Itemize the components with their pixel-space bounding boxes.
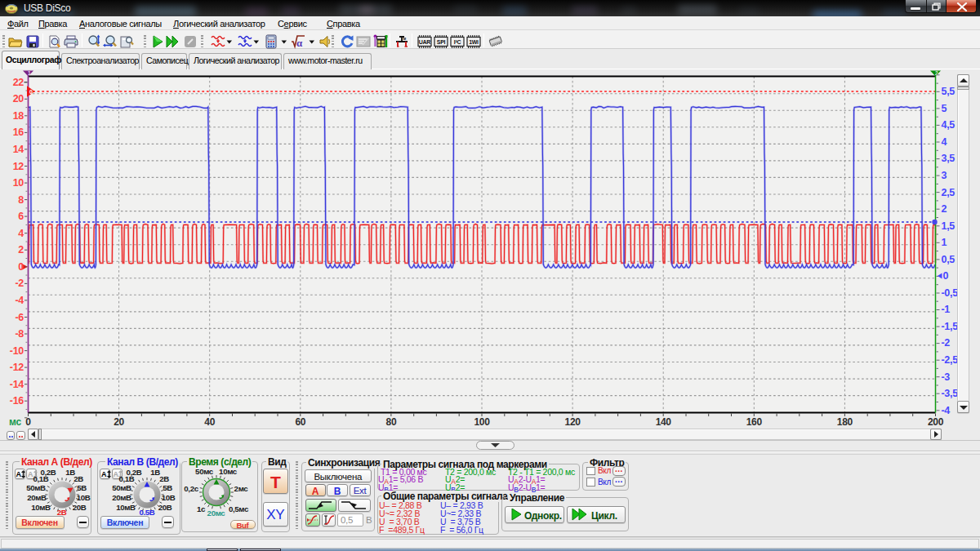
svg-text:14: 14 bbox=[13, 144, 24, 155]
svg-text:80: 80 bbox=[386, 416, 397, 428]
svg-text:4: 4 bbox=[18, 228, 24, 239]
svg-text:-3: -3 bbox=[942, 371, 951, 383]
svg-text:5,5: 5,5 bbox=[942, 86, 956, 97]
svg-text:-8: -8 bbox=[15, 328, 24, 340]
svg-text:20: 20 bbox=[13, 93, 24, 104]
svg-text:10: 10 bbox=[13, 177, 24, 189]
svg-text:SPI: SPI bbox=[437, 39, 446, 45]
svg-text:UAR: UAR bbox=[419, 39, 431, 45]
svg-text:-0,5: -0,5 bbox=[942, 287, 959, 299]
svg-text:-16: -16 bbox=[10, 395, 24, 407]
svg-text:4,5: 4,5 bbox=[942, 119, 956, 131]
svg-text:3,5: 3,5 bbox=[942, 153, 956, 164]
svg-text:6: 6 bbox=[18, 211, 24, 222]
svg-text:-14: -14 bbox=[10, 379, 24, 390]
svg-text:2: 2 bbox=[18, 244, 24, 256]
svg-text:2: 2 bbox=[942, 203, 947, 215]
svg-text:-4: -4 bbox=[15, 295, 24, 306]
svg-text:160: 160 bbox=[746, 416, 763, 428]
svg-text:60: 60 bbox=[295, 416, 305, 428]
svg-text:1Wi: 1Wi bbox=[469, 39, 479, 45]
svg-text:40: 40 bbox=[204, 416, 215, 428]
svg-text:0: 0 bbox=[29, 89, 33, 95]
svg-text:0,5: 0,5 bbox=[942, 254, 956, 265]
svg-text:1: 1 bbox=[942, 237, 947, 248]
svg-text:120: 120 bbox=[565, 416, 581, 428]
svg-text:-1,5: -1,5 bbox=[942, 321, 959, 332]
svg-text:-2: -2 bbox=[942, 337, 951, 349]
svg-text:-2: -2 bbox=[15, 278, 24, 289]
svg-text:м: м bbox=[403, 36, 407, 41]
svg-text:-10: -10 bbox=[10, 345, 24, 357]
svg-text:200: 200 bbox=[928, 416, 944, 428]
svg-text:140: 140 bbox=[656, 416, 672, 428]
svg-text:5: 5 bbox=[942, 103, 947, 114]
svg-text:18: 18 bbox=[13, 110, 24, 122]
svg-text:22: 22 bbox=[13, 77, 24, 88]
svg-text:4: 4 bbox=[942, 136, 947, 148]
svg-text:мс: мс bbox=[9, 416, 21, 428]
svg-text:-3,5: -3,5 bbox=[942, 388, 959, 399]
svg-text:16: 16 bbox=[13, 127, 24, 138]
svg-text:-12: -12 bbox=[10, 362, 24, 373]
svg-text:12: 12 bbox=[13, 161, 24, 172]
svg-text:-2,5: -2,5 bbox=[942, 354, 959, 366]
svg-text:I²C: I²C bbox=[454, 39, 461, 45]
svg-text:-4: -4 bbox=[942, 405, 951, 416]
svg-text:0: 0 bbox=[18, 261, 24, 273]
svg-text:2,5: 2,5 bbox=[942, 187, 956, 198]
svg-text:0: 0 bbox=[25, 416, 31, 428]
svg-text:α: α bbox=[296, 37, 303, 49]
svg-text:1,5: 1,5 bbox=[942, 220, 956, 232]
svg-text:8: 8 bbox=[18, 194, 24, 206]
svg-text:100: 100 bbox=[474, 416, 490, 428]
svg-text:3: 3 bbox=[942, 170, 947, 181]
svg-text:0: 0 bbox=[943, 270, 949, 282]
svg-text:180: 180 bbox=[837, 416, 853, 428]
svg-text:-6: -6 bbox=[15, 312, 24, 323]
svg-text:-1: -1 bbox=[942, 304, 951, 315]
svg-text:20: 20 bbox=[114, 416, 124, 428]
